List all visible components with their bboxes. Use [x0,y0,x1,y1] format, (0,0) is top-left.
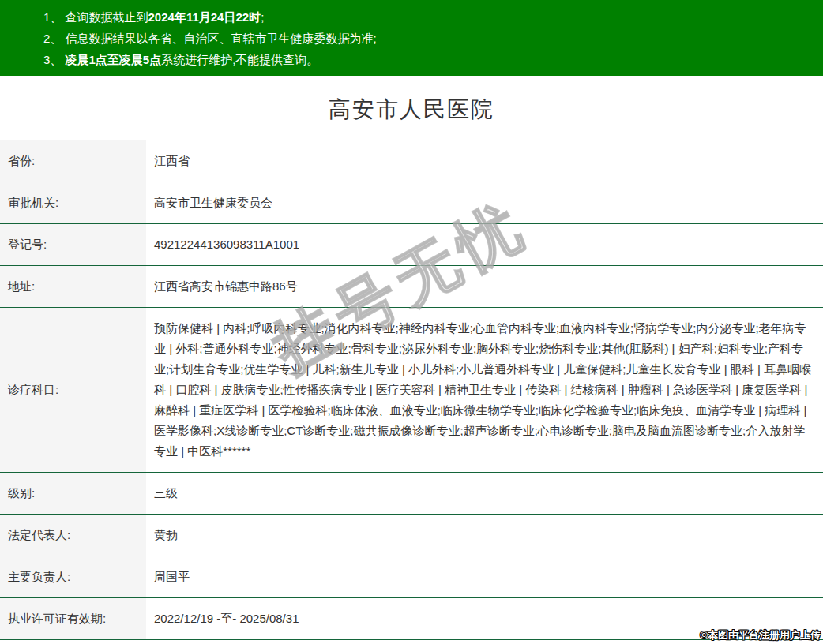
table-row: 地址: 江西省高安市锦惠中路86号 [0,266,823,308]
row-value: 黄勃 [146,515,823,556]
row-value: 49212244136098311A1001 [146,224,823,266]
page-title: 高安市人民医院 [0,95,823,125]
notice-line: 1、 查询数据截止到2024年11月24日22时; [43,6,815,28]
hospital-info-table: 省份: 江西省 审批机关: 高安市卫生健康委员会 登记号: 4921224413… [0,140,823,640]
notice-line: 2、 信息数据结果以各省、自治区、直辖市卫生健康委数据为准; [43,28,815,49]
row-label: 法定代表人: [0,515,146,556]
row-value: 周国平 [146,556,823,598]
table-row: 主要负责人: 周国平 [0,556,823,598]
row-label: 级别: [0,473,146,515]
row-value: 江西省 [146,140,823,182]
row-label: 审批机关: [0,182,146,224]
table-row: 级别: 三级 [0,473,823,515]
uploaded-by-caption: ©本图由平台注册用户上传 [700,628,821,642]
row-label: 地址: [0,266,146,308]
row-value: 高安市卫生健康委员会 [146,182,823,224]
table-row: 诊疗科目: 预防保健科 | 内科;呼吸内科专业;消化内科专业;神经内科专业;心血… [0,308,823,473]
table-row: 法定代表人: 黄勃 [0,515,823,556]
row-label: 省份: [0,140,146,182]
table-row: 登记号: 49212244136098311A1001 [0,224,823,266]
row-value: 江西省高安市锦惠中路86号 [146,266,823,308]
row-label: 诊疗科目: [0,308,146,473]
row-label: 主要负责人: [0,556,146,598]
table-row: 省份: 江西省 [0,140,823,182]
row-value: 预防保健科 | 内科;呼吸内科专业;消化内科专业;神经内科专业;心血管内科专业;… [146,308,823,473]
row-label: 执业许可证有效期: [0,598,146,640]
row-label: 登记号: [0,224,146,266]
notice-header: 1、 查询数据截止到2024年11月24日22时;2、 信息数据结果以各省、自治… [0,0,823,76]
table-row: 审批机关: 高安市卫生健康委员会 [0,182,823,224]
notice-line: 3、 凌晨1点至凌晨5点系统进行维护,不能提供查询。 [43,49,815,70]
row-value: 三级 [146,473,823,515]
